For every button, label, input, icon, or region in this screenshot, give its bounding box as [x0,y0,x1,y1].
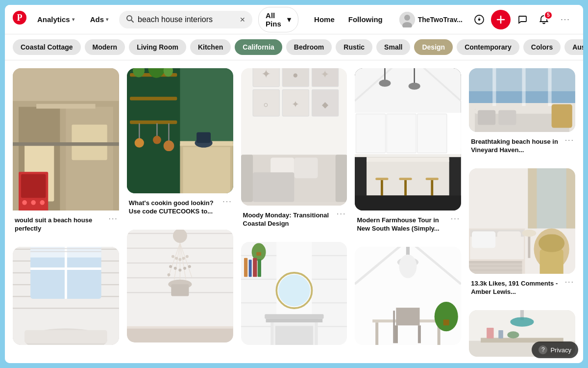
privacy-question-icon: ? [539,345,547,354]
svg-text:○: ○ [263,100,268,109]
all-pins-dropdown[interactable]: All Pins ▾ [258,7,298,32]
pin-card[interactable]: What's cookin good lookin? Use code CUTE… [127,68,233,222]
svg-rect-135 [248,260,251,277]
all-pins-chevron-icon: ▾ [287,15,291,24]
filter-chip-modern[interactable]: Modern [85,39,125,55]
svg-rect-189 [522,68,526,106]
pin-image [355,68,461,210]
user-label: TheTwoTrav... [418,16,463,24]
filter-chip-australian[interactable]: Australian [564,39,583,55]
analytics-menu[interactable]: Analytics ▾ [32,11,79,27]
pin-more-button[interactable]: ··· [222,197,232,206]
svg-rect-157 [417,114,447,153]
notifications-button[interactable]: 5 [534,10,554,29]
more-options-button[interactable]: ··· [556,10,575,29]
all-pins-label: All Pins [266,11,284,28]
filter-chip-small[interactable]: Small [376,39,410,55]
pin-image [127,68,233,193]
pin-card[interactable]: Breathtaking beach house in Vineyard Hav… [469,68,575,160]
pin-more-button[interactable]: ··· [451,214,460,223]
svg-rect-171 [376,322,379,345]
messages-button[interactable] [513,10,532,29]
search-clear-icon[interactable]: ✕ [240,16,245,24]
filter-chip-contemporary[interactable]: Contemporary [457,39,519,55]
avatar [399,12,415,27]
pin-image [13,68,119,210]
svg-point-78 [169,265,172,268]
svg-text:✦: ✦ [261,68,270,80]
following-link[interactable]: Following [343,11,389,27]
pin-more-button[interactable]: ··· [108,214,118,223]
svg-rect-210 [469,269,522,271]
pin-image [241,242,347,345]
pin-card[interactable]: would suit a beach house perfectly ··· [13,68,119,239]
filter-chip-design[interactable]: Design [414,39,453,55]
svg-point-77 [172,255,174,258]
filter-chip-bedroom[interactable]: Bedroom [286,39,332,55]
pin-card[interactable]: 13.3k Likes, 191 Comments - Amber Lewis.… [469,168,575,302]
svg-point-84 [182,257,185,260]
pin-more-button[interactable]: ··· [565,278,574,287]
pin-more-button[interactable]: ··· [337,210,346,218]
pin-card[interactable]: Modern Farmhouse Tour in New South Wales… [355,68,461,239]
create-button[interactable] [491,10,511,29]
svg-point-23 [31,200,36,205]
filter-chip-rustic[interactable]: Rustic [336,39,372,55]
svg-rect-218 [487,328,493,339]
svg-point-57 [163,140,174,151]
pinterest-logo[interactable]: P [13,11,26,28]
home-link[interactable]: Home [308,11,341,27]
svg-text:✦: ✦ [291,99,299,109]
pin-image: ✦ ● ✦ ○ ✦ ◆ [241,68,347,206]
pin-image [127,230,233,342]
pin-caption: 13.3k Likes, 191 Comments - Amber Lewis.… [470,277,564,299]
svg-text:✦: ✦ [320,68,329,80]
pin-card[interactable] [13,247,119,345]
svg-rect-205 [539,234,564,252]
explore-button[interactable] [469,10,489,29]
pins-column-1: would suit a beach house perfectly ··· [13,68,119,345]
svg-point-160 [379,79,391,86]
svg-rect-126 [256,252,261,255]
svg-point-79 [167,273,170,276]
pin-more-button[interactable]: ··· [565,136,574,145]
filter-chip-colors[interactable]: Colors [523,39,561,55]
svg-rect-133 [266,319,322,322]
filter-chip-living-room[interactable]: Living Room [129,39,186,55]
pin-card[interactable] [355,247,461,345]
pin-image [469,168,575,274]
svg-rect-178 [443,319,449,325]
privacy-button[interactable]: ? Privacy [532,342,578,358]
search-bar: ✕ [119,11,252,28]
pin-card[interactable] [127,230,233,342]
svg-rect-144 [376,178,389,180]
filter-chip-coastal-cottage[interactable]: Coastal Cottage [13,39,81,55]
pin-image [469,68,575,132]
filter-chip-california[interactable]: California [235,39,282,55]
svg-rect-42 [30,251,101,252]
ads-label: Ads [90,15,104,24]
pins-column-5: Breathtaking beach house in Vineyard Hav… [469,68,575,357]
pins-grid: would suit a beach house perfectly ··· [13,68,575,357]
analytics-chevron-icon: ▾ [72,17,74,22]
pins-column-4: Modern Farmhouse Tour in New South Wales… [355,68,461,345]
svg-point-81 [174,267,177,270]
svg-rect-187 [552,104,572,128]
svg-text:P: P [17,13,23,23]
search-input[interactable] [138,15,236,24]
ads-menu[interactable]: Ads ▾ [85,11,113,27]
user-avatar-button[interactable]: TheTwoTrav... [394,10,467,29]
svg-rect-143 [367,157,449,162]
svg-rect-18 [13,142,119,146]
pin-card[interactable]: ✦ ● ✦ ○ ✦ ◆ [241,68,347,234]
filter-chip-kitchen[interactable]: Kitchen [190,39,231,55]
svg-rect-21 [21,174,46,198]
svg-rect-136 [253,258,257,277]
svg-rect-62 [196,132,211,143]
pins-column-3: ✦ ● ✦ ○ ✦ ◆ [241,68,347,345]
svg-rect-45 [127,68,180,193]
svg-rect-89 [171,284,189,296]
svg-rect-131 [275,326,313,345]
svg-rect-195 [566,168,575,229]
pin-card[interactable] [241,242,347,345]
